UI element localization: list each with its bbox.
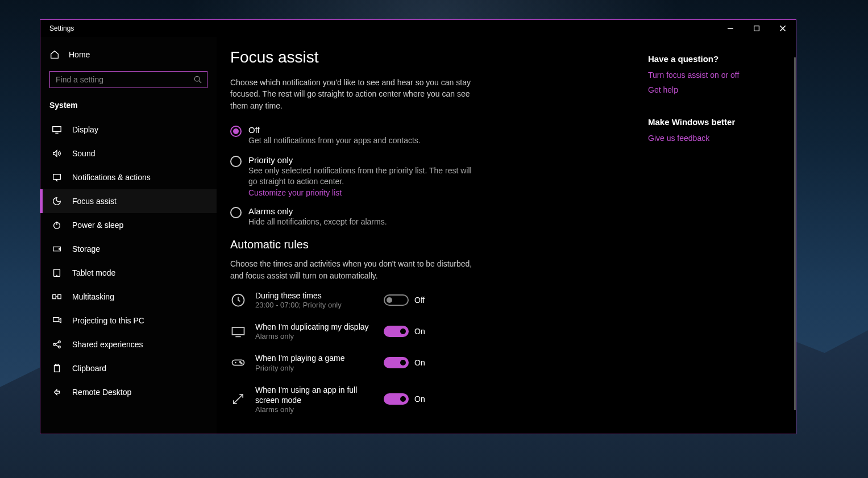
svg-point-21 bbox=[59, 346, 61, 348]
radio-alarms-only[interactable]: Alarms only Hide all notifications, exce… bbox=[230, 206, 634, 227]
radio-description: See only selected notifications from the… bbox=[248, 165, 476, 187]
radio-off[interactable]: Off Get all notifications from your apps… bbox=[230, 125, 634, 146]
power-icon bbox=[52, 220, 62, 230]
toggle-playing-game[interactable] bbox=[384, 357, 409, 368]
sidebar-item-projecting[interactable]: Projecting to this PC bbox=[40, 309, 217, 332]
toggle-state-label: On bbox=[414, 358, 425, 367]
maximize-button[interactable] bbox=[744, 20, 770, 37]
toggle-state-label: On bbox=[414, 394, 425, 404]
clock-icon bbox=[230, 292, 246, 308]
home-button[interactable]: Home bbox=[40, 44, 217, 65]
svg-point-12 bbox=[59, 248, 60, 250]
sidebar-item-label: Projecting to this PC bbox=[72, 316, 144, 325]
link-get-help[interactable]: Get help bbox=[648, 85, 787, 94]
search-input[interactable] bbox=[49, 71, 207, 88]
rule-duplicating-display[interactable]: When I'm duplicating my display Alarms o… bbox=[230, 322, 634, 340]
sidebar-item-label: Sound bbox=[72, 149, 95, 158]
sidebar-item-remote-desktop[interactable]: Remote Desktop bbox=[40, 380, 217, 404]
radio-label: Priority only bbox=[248, 155, 476, 165]
toggle-during-times[interactable] bbox=[384, 294, 409, 306]
sidebar-item-label: Storage bbox=[72, 244, 100, 253]
content-area: Focus assist Choose which notification y… bbox=[217, 37, 796, 434]
clipboard-icon bbox=[52, 363, 62, 373]
titlebar: Settings bbox=[40, 20, 796, 37]
svg-point-19 bbox=[53, 343, 56, 346]
radio-icon bbox=[230, 207, 242, 218]
svg-rect-29 bbox=[232, 360, 244, 365]
question-heading: Have a question? bbox=[648, 54, 787, 64]
rule-during-times[interactable]: During these times 23:00 - 07:00; Priori… bbox=[230, 290, 634, 309]
display-icon bbox=[52, 124, 62, 135]
sidebar-item-clipboard[interactable]: Clipboard bbox=[40, 356, 217, 380]
sidebar-item-label: Tablet mode bbox=[72, 268, 115, 277]
svg-rect-6 bbox=[53, 127, 61, 132]
sidebar-item-label: Display bbox=[72, 125, 98, 134]
link-turn-focus-assist[interactable]: Turn focus assist on or off bbox=[648, 70, 787, 80]
sidebar-item-storage[interactable]: Storage bbox=[40, 237, 217, 261]
sidebar-item-multitasking[interactable]: Multitasking bbox=[40, 285, 217, 309]
sidebar-item-label: Multitasking bbox=[72, 292, 114, 301]
rule-title: When I'm playing a game bbox=[255, 353, 375, 363]
radio-label: Alarms only bbox=[248, 206, 387, 216]
link-give-feedback[interactable]: Give us feedback bbox=[648, 134, 787, 143]
rule-title: When I'm using an app in full screen mod… bbox=[255, 385, 375, 405]
scrollbar-track bbox=[794, 37, 796, 434]
svg-rect-18 bbox=[53, 318, 59, 322]
tablet-icon bbox=[52, 268, 62, 278]
svg-point-33 bbox=[241, 363, 242, 364]
home-label: Home bbox=[69, 50, 90, 59]
rules-list: During these times 23:00 - 07:00; Priori… bbox=[230, 290, 634, 414]
sidebar-item-label: Notifications & actions bbox=[72, 173, 151, 182]
customize-priority-link[interactable]: Customize your priority list bbox=[248, 188, 476, 197]
sidebar-item-label: Remote Desktop bbox=[72, 388, 131, 397]
fullscreen-icon bbox=[230, 391, 246, 407]
svg-point-20 bbox=[59, 341, 61, 343]
minimize-icon bbox=[728, 26, 733, 31]
search-icon bbox=[194, 76, 202, 84]
home-icon bbox=[49, 49, 60, 60]
svg-rect-24 bbox=[55, 365, 60, 372]
toggle-duplicating-display[interactable] bbox=[384, 326, 409, 337]
sidebar-item-notifications[interactable]: Notifications & actions bbox=[40, 165, 217, 189]
better-heading: Make Windows better bbox=[648, 117, 787, 127]
svg-point-4 bbox=[194, 76, 200, 81]
rule-playing-game[interactable]: When I'm playing a game Priority only On bbox=[230, 353, 634, 372]
radio-label: Off bbox=[248, 125, 421, 135]
close-button[interactable] bbox=[770, 20, 796, 37]
sidebar-item-tablet-mode[interactable]: Tablet mode bbox=[40, 261, 217, 285]
sidebar-item-label: Power & sleep bbox=[72, 221, 123, 230]
rule-subtitle: Priority only bbox=[255, 364, 375, 372]
svg-rect-1 bbox=[754, 26, 759, 31]
settings-window: Settings Home bbox=[40, 19, 796, 434]
svg-line-23 bbox=[55, 345, 58, 347]
minimize-button[interactable] bbox=[717, 20, 744, 37]
projecting-icon bbox=[52, 315, 62, 326]
sidebar-item-power-sleep[interactable]: Power & sleep bbox=[40, 213, 217, 237]
page-description: Choose which notification you'd like to … bbox=[230, 77, 475, 111]
search-wrap bbox=[40, 65, 217, 96]
sidebar-item-focus-assist[interactable]: Focus assist bbox=[40, 189, 217, 213]
svg-rect-15 bbox=[53, 294, 56, 298]
window-body: Home System Display Sound bbox=[40, 37, 796, 434]
shared-icon bbox=[52, 339, 62, 350]
sidebar-item-label: Shared experiences bbox=[72, 340, 143, 349]
aside-column: Have a question? Turn focus assist on or… bbox=[648, 37, 796, 434]
sidebar-item-display[interactable]: Display bbox=[40, 118, 217, 142]
scrollbar-thumb[interactable] bbox=[794, 57, 796, 410]
radio-priority-only[interactable]: Priority only See only selected notifica… bbox=[230, 155, 634, 197]
sidebar-item-label: Focus assist bbox=[72, 197, 117, 206]
radio-icon bbox=[230, 156, 242, 167]
gamepad-icon bbox=[230, 355, 246, 371]
automatic-rules-description: Choose the times and activities when you… bbox=[230, 258, 475, 281]
duplicate-display-icon bbox=[230, 323, 246, 339]
radio-icon bbox=[230, 126, 242, 137]
toggle-fullscreen-app[interactable] bbox=[384, 393, 409, 405]
sidebar-item-shared-experiences[interactable]: Shared experiences bbox=[40, 332, 217, 356]
toggle-state-label: On bbox=[414, 327, 425, 336]
storage-icon bbox=[52, 244, 62, 254]
sidebar-item-sound[interactable]: Sound bbox=[40, 142, 217, 165]
radio-description: Hide all notifications, except for alarm… bbox=[248, 217, 387, 227]
close-icon bbox=[780, 26, 786, 31]
svg-rect-8 bbox=[53, 174, 61, 180]
rule-fullscreen-app[interactable]: When I'm using an app in full screen mod… bbox=[230, 385, 634, 414]
